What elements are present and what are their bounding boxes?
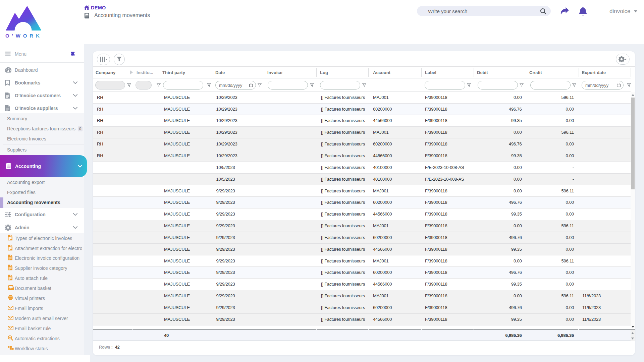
svg-text:O'WORK: O'WORK [5,33,42,39]
